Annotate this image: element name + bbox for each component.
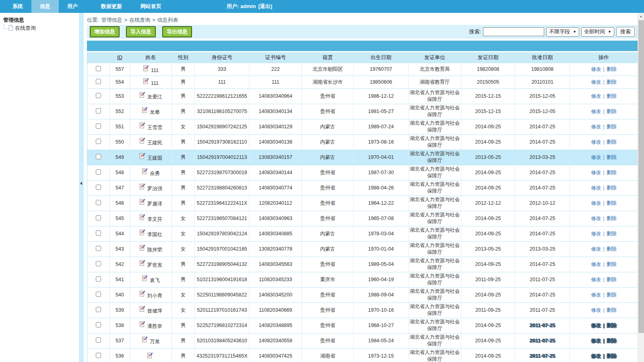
person-name[interactable]: 潘胜章 [147, 323, 163, 330]
edit-link[interactable]: 修改 [591, 216, 601, 221]
delete-link[interactable]: 删除 [607, 338, 617, 343]
import-info-button[interactable]: 导入信息 [126, 26, 156, 37]
edit-doc-icon[interactable] [139, 214, 145, 222]
breadcrumb-link-2[interactable]: 信息列表 [157, 17, 178, 23]
delete-link[interactable]: 删除 [607, 323, 617, 328]
edit-doc-icon[interactable] [139, 245, 145, 252]
person-name[interactable]: 王建国 [147, 155, 163, 162]
edit-doc-icon[interactable] [139, 306, 145, 313]
edit-link[interactable]: 修改 [591, 292, 601, 298]
person-name[interactable]: 111 [151, 68, 159, 73]
column-header-1[interactable]: ID [110, 52, 130, 63]
row-checkbox[interactable] [96, 93, 101, 98]
edit-link[interactable]: 修改 [591, 66, 601, 72]
delete-link[interactable]: 删除 [607, 124, 617, 130]
row-checkbox[interactable] [96, 79, 101, 84]
row-checkbox[interactable] [96, 261, 101, 266]
delete-link[interactable]: 删除 [607, 216, 617, 221]
row-checkbox[interactable] [96, 230, 101, 236]
delete-link[interactable]: 删除 [607, 79, 617, 85]
edit-link[interactable]: 修改 [591, 170, 601, 175]
edit-link[interactable]: 修改 [591, 307, 601, 313]
row-checkbox[interactable] [96, 66, 101, 71]
edit-doc-icon[interactable] [139, 321, 145, 329]
time-filter-select[interactable]: 全部时间▼ [581, 27, 614, 37]
edit-link[interactable]: 修改 [591, 154, 601, 160]
person-name[interactable]: 万泉 [150, 338, 160, 345]
edit-doc-icon[interactable] [139, 122, 145, 130]
row-checkbox[interactable] [96, 139, 101, 144]
edit-link[interactable]: 修改 [591, 109, 601, 114]
edit-doc-icon[interactable] [143, 65, 149, 73]
person-name[interactable]: 刘小青 [147, 292, 163, 299]
row-checkbox[interactable] [96, 276, 101, 282]
edit-doc-icon[interactable] [139, 199, 145, 206]
edit-doc-icon[interactable] [147, 352, 153, 360]
edit-doc-icon[interactable] [139, 290, 145, 298]
nav-tab-data-update[interactable]: 数据更新 [93, 0, 130, 13]
delete-link[interactable]: 删除 [607, 170, 617, 175]
scrollbar-thumb[interactable] [638, 20, 644, 333]
delete-link[interactable]: 删除 [607, 185, 617, 191]
nav-tab-site-home[interactable]: 网站首页 [132, 0, 170, 13]
delete-link[interactable]: 删除 [607, 109, 617, 114]
nav-tab-system[interactable]: 系统 [4, 0, 31, 13]
field-filter-select[interactable]: 不限字段▼ [546, 27, 579, 37]
delete-link[interactable]: 删除 [607, 93, 617, 99]
person-name[interactable]: 王雪雪 [147, 124, 163, 131]
person-name[interactable]: 陈井荣 [147, 247, 163, 253]
breadcrumb-link-0[interactable]: 管理信息 [101, 17, 122, 23]
edit-link[interactable]: 修改 [591, 338, 601, 343]
vertical-scrollbar[interactable]: ▲ [638, 13, 644, 362]
nav-tab-users[interactable]: 用户 [59, 0, 86, 13]
row-checkbox[interactable] [96, 123, 101, 129]
nav-tab-info[interactable]: 信息 [31, 0, 59, 13]
edit-doc-icon[interactable] [139, 229, 145, 237]
edit-doc-icon[interactable] [142, 336, 148, 344]
delete-link[interactable]: 删除 [607, 231, 617, 237]
scroll-up-button[interactable]: ▲ [638, 13, 644, 20]
row-checkbox[interactable] [96, 200, 101, 205]
delete-link[interactable]: 删除 [607, 307, 617, 313]
delete-link[interactable]: 删除 [607, 154, 617, 160]
person-name[interactable]: 龙奉 [150, 109, 160, 116]
edit-doc-icon[interactable] [139, 153, 145, 160]
edit-doc-icon[interactable] [143, 78, 149, 86]
person-name[interactable]: 曾健萍 [147, 308, 163, 315]
person-name[interactable]: 龙爱江 [147, 94, 163, 101]
delete-link[interactable]: 删除 [607, 353, 617, 359]
person-name[interactable]: 李国红 [147, 231, 163, 238]
edit-link[interactable]: 修改 [591, 323, 601, 328]
edit-link[interactable]: 修改 [591, 185, 601, 191]
collapse-sidebar-arrow-icon[interactable] [80, 182, 82, 185]
add-info-button[interactable]: 增加信息 [90, 26, 120, 37]
edit-doc-icon[interactable] [142, 107, 148, 115]
edit-link[interactable]: 修改 [591, 124, 601, 130]
edit-link[interactable]: 修改 [591, 246, 601, 252]
row-checkbox[interactable] [96, 307, 101, 312]
edit-link[interactable]: 修改 [591, 200, 601, 206]
edit-doc-icon[interactable] [139, 138, 145, 145]
delete-link[interactable]: 删除 [607, 139, 617, 145]
row-checkbox[interactable] [96, 108, 101, 113]
delete-link[interactable]: 删除 [607, 246, 617, 252]
search-input[interactable] [483, 27, 544, 36]
row-checkbox[interactable] [96, 322, 101, 327]
edit-link[interactable]: 修改 [591, 79, 601, 85]
edit-link[interactable]: 修改 [591, 231, 601, 237]
row-checkbox[interactable] [96, 185, 101, 190]
export-info-button[interactable]: 导出信息 [162, 26, 192, 37]
delete-link[interactable]: 删除 [607, 292, 617, 298]
edit-doc-icon[interactable] [142, 168, 148, 176]
delete-link[interactable]: 删除 [607, 277, 617, 282]
edit-link[interactable]: 修改 [591, 353, 601, 359]
person-name[interactable]: 佘勇 [150, 170, 160, 177]
row-checkbox[interactable] [96, 337, 101, 343]
row-checkbox[interactable] [96, 246, 101, 251]
row-checkbox[interactable] [96, 353, 101, 358]
row-checkbox[interactable] [96, 169, 101, 175]
delete-link[interactable]: 删除 [607, 261, 617, 267]
search-button[interactable]: 搜索 [616, 27, 635, 37]
edit-link[interactable]: 修改 [591, 261, 601, 267]
edit-link[interactable]: 修改 [591, 93, 601, 99]
